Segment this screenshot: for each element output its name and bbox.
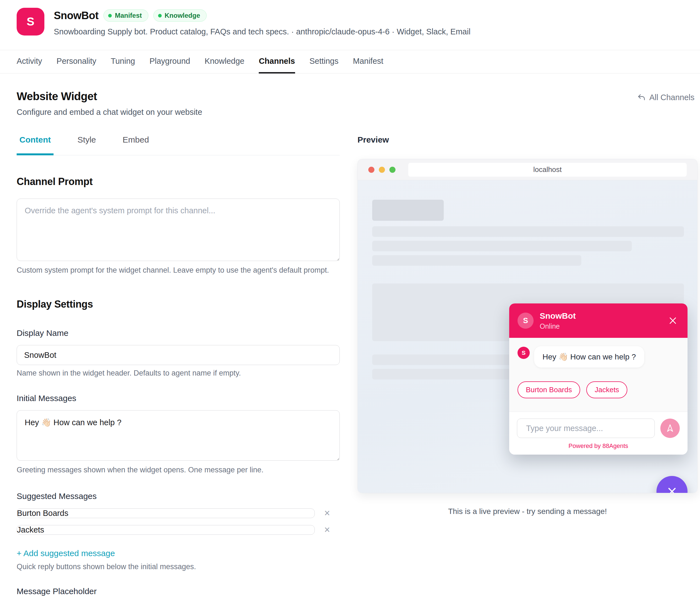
initial-messages-help: Greeting messages shown when the widget …	[17, 466, 340, 474]
channel-prompt-help: Custom system prompt for the widget chan…	[17, 266, 340, 275]
tab-activity[interactable]: Activity	[17, 50, 42, 74]
suggested-chip-burton-boards[interactable]: Burton Boards	[518, 381, 580, 398]
preview-caption: This is a live preview - try sending a m…	[357, 507, 698, 516]
maximize-window-icon	[390, 167, 396, 173]
traffic-lights	[368, 167, 396, 173]
green-dot-icon	[158, 14, 162, 18]
agent-title: SnowBot	[54, 10, 98, 22]
manifest-badge: Manifest	[103, 9, 148, 22]
initial-messages-textarea[interactable]: Hey 👋🏻 How can we help ?	[17, 410, 340, 461]
minimize-window-icon	[379, 167, 385, 173]
chat-widget: S SnowBot Online S	[509, 303, 688, 455]
browser-page: S SnowBot Online S	[358, 180, 697, 493]
close-icon	[666, 485, 678, 493]
suggested-messages-label: Suggested Messages	[17, 492, 340, 501]
send-button[interactable]	[660, 419, 680, 438]
send-icon	[665, 424, 675, 433]
main-nav: Activity Personality Tuning Playground K…	[0, 50, 700, 74]
widget-sub-tabs: Content Style Embed	[17, 135, 340, 155]
bot-message-row: S Hey 👋🏻 How can we help ?	[518, 346, 679, 368]
manifest-badge-label: Manifest	[115, 11, 142, 19]
all-channels-link[interactable]: All Channels	[637, 93, 695, 102]
chat-widget-footer: Powered by 88Agents	[509, 412, 688, 455]
agent-avatar: S	[17, 8, 44, 35]
widget-message-input[interactable]	[517, 419, 655, 438]
app-header: S SnowBot Manifest Knowledge Snowboardin…	[0, 0, 700, 50]
suggested-message-input-2[interactable]	[17, 525, 315, 535]
green-dot-icon	[108, 14, 112, 18]
channel-prompt-heading: Channel Prompt	[17, 176, 340, 188]
skeleton-line	[372, 241, 632, 251]
subtab-content[interactable]: Content	[17, 135, 53, 155]
add-suggested-message-link[interactable]: + Add suggested message	[17, 549, 115, 558]
skeleton-line	[372, 255, 581, 266]
suggested-messages-help: Quick reply buttons shown below the init…	[17, 563, 340, 571]
initial-messages-label: Initial Messages	[17, 394, 340, 403]
suggested-message-row: ×	[17, 508, 340, 518]
widget-status: Online	[540, 322, 667, 330]
widget-close-button[interactable]	[667, 314, 679, 327]
bot-message-bubble: Hey 👋🏻 How can we help ?	[534, 346, 644, 368]
suggested-chip-jackets[interactable]: Jackets	[586, 381, 627, 398]
page-title: Website Widget	[17, 90, 202, 103]
message-placeholder-label: Message Placeholder	[17, 587, 340, 596]
url-bar: localhost	[408, 163, 687, 177]
bot-message-avatar: S	[518, 347, 530, 359]
display-name-help: Name shown in the widget header. Default…	[17, 369, 340, 377]
all-channels-label: All Channels	[649, 93, 695, 102]
chat-widget-header: S SnowBot Online	[509, 303, 688, 338]
display-name-label: Display Name	[17, 328, 340, 338]
tab-manifest[interactable]: Manifest	[353, 50, 383, 74]
remove-suggested-1-button[interactable]: ×	[324, 508, 330, 518]
widget-name: SnowBot	[540, 311, 667, 321]
subtab-style[interactable]: Style	[75, 135, 99, 155]
agent-description: Snowboarding Supply bot. Product catalog…	[54, 27, 470, 36]
display-settings-heading: Display Settings	[17, 298, 340, 310]
widget-avatar: S	[518, 313, 533, 329]
page-subtitle: Configure and embed a chat widget on you…	[17, 108, 202, 117]
tab-settings[interactable]: Settings	[309, 50, 339, 74]
display-name-input[interactable]	[17, 345, 340, 365]
suggested-message-row: ×	[17, 525, 340, 535]
remove-suggested-2-button[interactable]: ×	[324, 525, 330, 535]
knowledge-badge-label: Knowledge	[165, 11, 200, 19]
tab-knowledge[interactable]: Knowledge	[205, 50, 245, 74]
back-arrow-icon	[637, 93, 646, 102]
suggested-message-input-1[interactable]	[17, 508, 315, 518]
close-icon	[668, 316, 678, 325]
tab-channels[interactable]: Channels	[259, 50, 295, 74]
powered-by-link[interactable]: Powered by 88Agents	[517, 442, 680, 450]
subtab-embed[interactable]: Embed	[120, 135, 152, 155]
tab-playground[interactable]: Playground	[149, 50, 190, 74]
tab-tuning[interactable]: Tuning	[111, 50, 135, 74]
tab-personality[interactable]: Personality	[56, 50, 96, 74]
skeleton-line	[372, 226, 684, 237]
browser-chrome: localhost	[358, 159, 697, 180]
skeleton-title-block	[372, 200, 444, 221]
widget-launcher-button[interactable]	[656, 476, 688, 493]
close-window-icon	[368, 167, 374, 173]
channel-prompt-textarea[interactable]	[17, 199, 340, 261]
browser-preview: localhost S SnowBot Online	[357, 159, 698, 493]
knowledge-badge: Knowledge	[153, 9, 207, 22]
preview-heading: Preview	[357, 135, 698, 145]
